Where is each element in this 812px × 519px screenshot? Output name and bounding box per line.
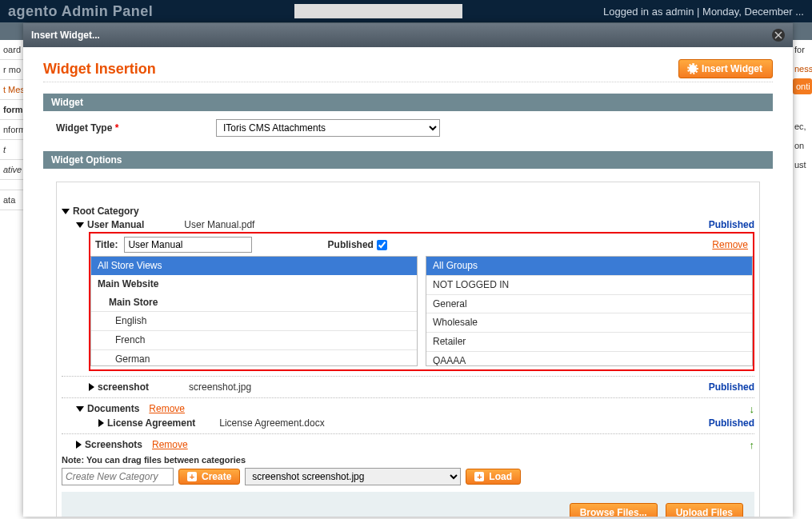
list-item[interactable]: General xyxy=(426,294,752,313)
insert-widget-modal: Insert Widget... Widget Insertion Insert… xyxy=(23,23,793,517)
modal-title: Insert Widget... xyxy=(31,30,100,41)
tree-documents[interactable]: Documents Remove xyxy=(76,402,185,415)
list-item[interactable]: English xyxy=(91,311,417,330)
new-category-input[interactable] xyxy=(62,468,174,485)
plus-icon: + xyxy=(474,472,484,481)
attachments-tree: Root Category User Manual User Manual.pd… xyxy=(62,205,754,452)
section-widget-header: Widget xyxy=(43,94,773,111)
page-title: Widget Insertion xyxy=(43,61,156,78)
list-item[interactable]: Wholesale xyxy=(426,313,752,332)
chevron-right-icon xyxy=(98,419,104,427)
list-item[interactable]: German xyxy=(91,349,417,366)
user-manual-filename: User Manual.pdf xyxy=(184,219,254,230)
tree-screenshots[interactable]: Screenshots Remove xyxy=(76,438,188,451)
customer-groups-listbox[interactable]: All Groups NOT LOGGED IN General Wholesa… xyxy=(426,256,753,366)
insert-widget-button[interactable]: Insert Widget xyxy=(678,59,773,78)
upload-files-button[interactable]: Upload Files xyxy=(666,503,743,517)
tree-user-manual[interactable]: User Manual User Manual.pdf xyxy=(76,218,254,231)
published-label: Published xyxy=(328,239,374,250)
tree-root-category[interactable]: Root Category xyxy=(62,205,754,218)
arrow-up-green-icon[interactable]: ↑ xyxy=(750,439,755,451)
list-item[interactable]: Retailer xyxy=(426,332,752,351)
screenshot-filename: screenshot.jpg xyxy=(189,381,251,393)
background-admin-header: agento Admin Panel Logged in as admin | … xyxy=(0,0,812,22)
list-item[interactable]: Main Website xyxy=(91,275,417,293)
load-button[interactable]: + Load xyxy=(466,469,521,485)
list-item[interactable]: Main Store xyxy=(91,293,417,312)
drag-note: Note: You can drag files between categor… xyxy=(62,455,754,465)
list-item[interactable]: All Store Views xyxy=(91,257,417,275)
remove-attachment-link[interactable]: Remove xyxy=(712,239,748,250)
remove-category-link[interactable]: Remove xyxy=(152,439,188,450)
background-right-fragments: forness onti ec,onust xyxy=(793,40,812,174)
list-item[interactable]: NOT LOGGED IN xyxy=(426,275,752,294)
store-views-listbox[interactable]: All Store Views Main Website Main Store … xyxy=(90,256,418,366)
gear-icon xyxy=(689,65,697,73)
section-options-header: Widget Options xyxy=(43,151,773,169)
modal-titlebar: Insert Widget... xyxy=(23,23,793,47)
list-item[interactable]: QAAAA xyxy=(426,351,752,366)
title-input[interactable] xyxy=(124,237,252,253)
upload-area: Browse Files... Upload Files xyxy=(62,492,754,517)
license-filename: License Agreement.docx xyxy=(219,417,324,429)
admin-meta: Logged in as admin | Monday, December ..… xyxy=(603,6,804,18)
list-item[interactable]: All Groups xyxy=(426,257,752,275)
title-label: Title: xyxy=(95,239,118,250)
arrow-down-green-icon[interactable]: ↓ xyxy=(750,403,755,415)
widget-type-select[interactable]: IToris CMS Attachments xyxy=(216,119,440,137)
remove-category-link[interactable]: Remove xyxy=(149,403,185,414)
plus-icon: + xyxy=(187,472,197,481)
status-published: Published xyxy=(709,417,754,429)
chevron-right-icon xyxy=(76,441,82,449)
chevron-right-icon xyxy=(89,383,94,391)
global-search xyxy=(294,4,462,18)
background-left-fragments: oardr mot Mes formnformt ativeata xyxy=(0,40,24,210)
admin-logo: agento Admin Panel xyxy=(8,3,153,20)
status-published: Published xyxy=(709,219,754,230)
widget-type-label: Widget Type * xyxy=(56,122,216,134)
close-icon[interactable] xyxy=(772,29,785,42)
browse-files-button[interactable]: Browse Files... xyxy=(570,503,658,517)
chevron-down-icon xyxy=(76,406,84,412)
tree-screenshot[interactable]: screenshot screenshot.jpg xyxy=(89,381,251,393)
list-item[interactable]: French xyxy=(91,330,417,349)
status-published: Published xyxy=(709,381,754,393)
chevron-down-icon xyxy=(76,222,84,228)
published-checkbox[interactable] xyxy=(377,240,387,250)
chevron-down-icon xyxy=(62,209,70,214)
create-category-button[interactable]: + Create xyxy=(178,469,240,485)
file-select[interactable]: screenshot screenshot.jpg xyxy=(245,468,461,485)
tree-license-agreement[interactable]: License Agreement License Agreement.docx xyxy=(98,417,325,429)
attachment-detail-panel: Title: Published Remove All Store Views xyxy=(89,232,754,371)
